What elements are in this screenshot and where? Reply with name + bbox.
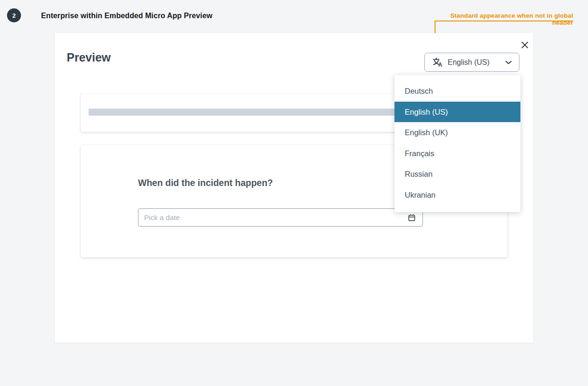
question-label: When did the incident happen? xyxy=(138,178,273,188)
annotation-underline xyxy=(435,21,573,21)
annotation-label: Standard appearance when not in global h… xyxy=(435,12,573,26)
date-input[interactable] xyxy=(144,209,404,226)
language-option[interactable]: Français xyxy=(394,143,520,164)
language-selector-label: English (US) xyxy=(448,58,490,67)
preview-heading: Preview xyxy=(67,51,111,64)
preview-panel: Preview A English (US) xyxy=(55,33,533,343)
close-icon xyxy=(521,41,529,49)
language-option[interactable]: Deutsch xyxy=(394,81,520,102)
chevron-down-icon xyxy=(505,60,512,65)
step-number: 2 xyxy=(12,12,15,19)
page-title: Enterprise within Embedded Micro App Pre… xyxy=(41,12,212,20)
language-option[interactable]: Russian xyxy=(394,164,520,185)
language-option[interactable]: English (UK) xyxy=(394,122,520,143)
translate-icon: A xyxy=(432,56,443,68)
language-option[interactable]: Ukranian xyxy=(394,185,520,206)
step-number-badge: 2 xyxy=(7,8,21,22)
close-button[interactable] xyxy=(518,38,532,52)
svg-text:A: A xyxy=(438,62,443,68)
calendar-icon[interactable] xyxy=(408,214,416,222)
language-dropdown-menu: Deutsch English (US) English (UK) França… xyxy=(394,75,520,212)
language-option[interactable]: English (US) xyxy=(394,102,520,123)
date-field[interactable] xyxy=(138,208,423,227)
language-selector-button[interactable]: A English (US) xyxy=(424,53,519,72)
